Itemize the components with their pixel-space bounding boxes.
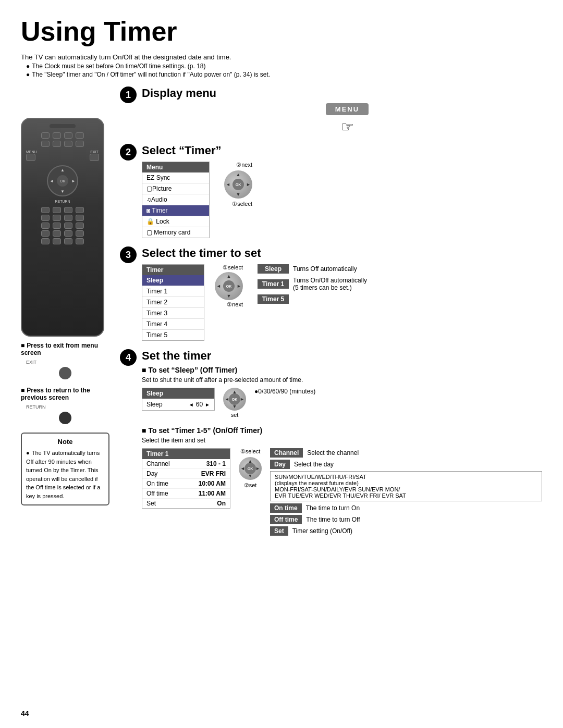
return-note: Press to return to the previous screen	[21, 387, 109, 401]
menu-item-memory: ▢ Memory card	[142, 227, 209, 238]
timer1-set-value: On	[194, 500, 226, 507]
sleep-section-desc: Set to shut the unit off after a pre-sel…	[142, 376, 542, 384]
timer1-select-hint: ①select	[240, 448, 261, 455]
ok-nav-step2: ②next ▲ ▼ ◄ ► OK ①select	[224, 162, 252, 207]
step3-next-hint: ②next	[227, 301, 243, 308]
timer-item-5[interactable]: Timer 5	[142, 330, 204, 340]
step2-title: Select “Timer”	[142, 144, 542, 157]
timer1-right-col: Channel Select the channel Day Select th…	[270, 448, 542, 538]
timer1-channel-label: Channel	[146, 460, 175, 467]
timer15-desc: Select the item and set	[142, 437, 542, 444]
timer1-offtime-value: 11:00 AM	[194, 490, 226, 497]
step3-select-hint: ①select	[223, 264, 243, 271]
timer1-set-label: Set	[146, 500, 175, 507]
sleep-arrow-left[interactable]: ◄	[189, 402, 194, 408]
off-time-desc: The time to turn Off	[306, 516, 360, 523]
menu-item-audio: ♫Audio	[142, 194, 209, 205]
set-desc: Timer setting (On/Off)	[292, 527, 352, 535]
sleep-setting-box: Sleep Sleep ◄ 60 ►	[142, 388, 215, 411]
sleep-value: 60	[196, 401, 203, 408]
ok-button-step3[interactable]: ▲ ▼ ◄ ► OK	[215, 272, 243, 300]
ok-button-sleep[interactable]: ▲ ▼ ◄ ► OK	[223, 388, 246, 411]
page-title: Using Timer	[21, 16, 542, 47]
exit-note: Press to exit from menu screen	[21, 342, 109, 356]
timer1-ontime-label: On time	[146, 480, 175, 487]
day-desc: Select the day	[294, 461, 334, 468]
timer-item-4[interactable]: Timer 4	[142, 319, 204, 330]
return-button[interactable]	[59, 412, 71, 424]
sleep-row-label: Sleep	[146, 401, 163, 408]
menu-item-timer[interactable]: ◙ Timer	[142, 205, 209, 216]
timer-item-2[interactable]: Timer 2	[142, 297, 204, 308]
menu-graphic: MENU ☞	[152, 103, 542, 135]
sleep-note: ●0/30/60/90 (minutes)	[254, 388, 315, 395]
day-label-box: Day	[270, 460, 290, 469]
day-options-line3: MON-FRI/SAT-SUN/DAILY/EVR SUN/EVR MON/	[275, 486, 537, 492]
step2-next-hint: ②next	[236, 162, 252, 168]
set-label-box: Set	[270, 526, 288, 536]
channel-desc: Select the channel	[307, 449, 359, 456]
timer1-day-value: EVR FRI	[194, 470, 226, 477]
sleep-set-hint: set	[231, 412, 239, 418]
step4-number: 4	[120, 349, 137, 366]
day-options-line2: (displays the nearest future date)	[275, 480, 537, 486]
step4-title: Set the timer	[142, 349, 542, 363]
menu-banner: MENU	[326, 103, 369, 115]
timer-item-sleep[interactable]: Sleep	[142, 275, 204, 286]
sleep-label: Sleep	[258, 264, 289, 274]
menu-item-picture: ▢Picture	[142, 183, 209, 194]
timer1-sub: (5 timers can be set.)	[293, 284, 367, 291]
step4: 4 Set the timer To set “Sleep” (Off Time…	[120, 349, 542, 538]
step2: 2 Select “Timer” Menu EZ Sync ▢Picture ♫…	[120, 144, 542, 238]
step2-select-hint: ①select	[232, 201, 252, 207]
timer-item-1[interactable]: Timer 1	[142, 286, 204, 297]
step3-title: Select the timer to set	[142, 246, 542, 260]
timer1-channel-value: 310 - 1	[194, 460, 226, 467]
timer-list: Timer Sleep Timer 1 Timer 2 Timer 3 Time…	[142, 264, 204, 341]
timer5-label: Timer 5	[258, 294, 289, 304]
step1-title: Display menu	[142, 87, 542, 100]
exit-label: EXIT	[26, 360, 109, 365]
on-time-desc: The time to turn On	[306, 504, 360, 512]
exit-button[interactable]	[59, 367, 71, 379]
on-time-label-box: On time	[270, 503, 302, 513]
menu-list: Menu EZ Sync ▢Picture ♫Audio ◙ Timer 🔒 L…	[142, 162, 210, 238]
intro-bullet1: The Clock must be set before On time/Off…	[26, 63, 542, 70]
intro-bullet2: The "Sleep" timer and "On / Off timer" w…	[26, 71, 542, 78]
menu-item-ezsync: EZ Sync	[142, 172, 209, 183]
intro-main: The TV can automatically turn On/Off at …	[21, 53, 542, 61]
note-title: Note	[26, 438, 104, 446]
step1: 1 Display menu MENU ☞	[120, 87, 542, 135]
day-options-line4: EVR TUE/EVR WED/EVR THU/EVR FRI/ EVR SAT	[275, 492, 537, 499]
timer1-offtime-label: Off time	[146, 490, 175, 497]
timer-desc-col: Sleep Turns Off automatically Timer 1 Tu…	[258, 264, 542, 307]
return-label: RETURN	[26, 404, 109, 410]
step3: 3 Select the timer to set Timer Sleep Ti…	[120, 246, 542, 341]
day-options: SUN/MON/TUE/WED/THU/FRI/SAT (displays th…	[270, 471, 542, 501]
note-box: Note The TV automatically turns Off afte…	[21, 433, 109, 505]
timer1-setting-header: Timer 1	[142, 449, 230, 459]
day-options-line1: SUN/MON/TUE/WED/THU/FRI/SAT	[275, 474, 537, 480]
ok-button-step2[interactable]: ▲ ▼ ◄ ► OK	[224, 170, 252, 199]
timer-item-3[interactable]: Timer 3	[142, 308, 204, 319]
sleep-desc: Turns Off automatically	[293, 265, 357, 273]
timer1-desc: Turns On/Off automatically	[293, 277, 367, 284]
channel-label-box: Channel	[270, 448, 303, 458]
ok-button-timer1[interactable]: ▲ ▼ ◄ ► OK	[239, 457, 262, 480]
step3-number: 3	[120, 246, 137, 263]
off-time-label-box: Off time	[270, 515, 302, 524]
remote-control: MENU EXIT ▲ ▼ ◄ ► OK	[21, 118, 104, 337]
sleep-arrow-right[interactable]: ►	[205, 402, 210, 408]
page-number: 44	[21, 709, 29, 718]
timer1-ontime-value: 10:00 AM	[194, 480, 226, 487]
timer15-section-title: To set “Timer 1-5” (On/Off Timer)	[142, 426, 542, 435]
menu-item-lock: 🔒 Lock	[142, 216, 209, 227]
timer1-label: Timer 1	[258, 279, 289, 289]
note-text: The TV automatically turns Off after 90 …	[26, 449, 104, 500]
step2-number: 2	[120, 144, 137, 161]
sleep-section-title: To set “Sleep” (Off Timer)	[142, 366, 542, 374]
timer1-setting-box: Timer 1 Channel 310 - 1 Day EVR FRI	[142, 448, 230, 509]
hand-icon: ☞	[341, 118, 354, 135]
timer1-set-hint: ②set	[244, 482, 257, 489]
step1-number: 1	[120, 87, 137, 103]
